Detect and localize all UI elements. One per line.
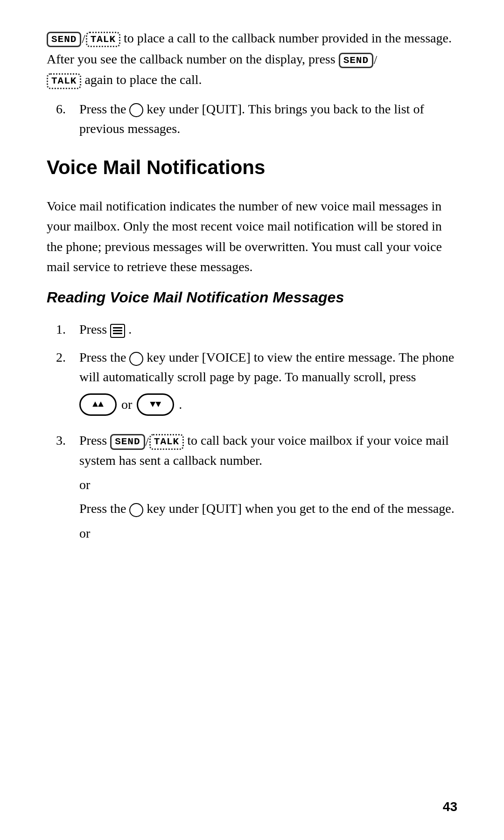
send-talk-icon-intro: SEND/TALK [47,30,120,49]
step-6: 6. Press the key under [QUIT]. This brin… [47,99,457,139]
talk-btn-step3: TALK [149,434,184,449]
intro-paragraph: SEND/TALK to place a call to the callbac… [47,28,457,90]
send-talk-icon-step3: SEND/TALK [110,433,184,451]
step2-number: 2. [56,348,79,367]
step3-content: Press SEND/TALK to call back your voice … [79,431,457,546]
step3-or1-text-prefix: Press the [79,501,126,516]
step3-or2: or [79,524,457,543]
subsection-title: Reading Voice Mail Notification Messages [47,286,457,308]
send-btn-step3: SEND [110,434,145,449]
scroll-down-btn: ▼▼ [137,393,174,416]
scroll-down-icon: ▼▼ [150,398,161,412]
step6-number: 6. [56,99,79,119]
step6-text-prefix: Press the [79,102,126,116]
talk-icon-intro2: TALK [47,73,81,89]
scroll-buttons-group: ▲▲ or ▼▼ . [79,393,457,416]
soft-key-quit [129,103,143,117]
menu-key-icon [110,324,125,338]
step3-text-prefix: Press [79,433,110,448]
step3-number: 3. [56,431,79,450]
intro-text2: again to place the call. [84,72,202,87]
step-3: 3. Press SEND/TALK to call back your voi… [47,431,457,546]
step-2: 2. Press the key under [VOICE] to view t… [47,348,457,422]
step1-content: Press . [79,320,457,339]
step2-text-prefix: Press the [79,350,126,364]
section-title: Voice Mail Notifications [47,153,457,182]
page-content: SEND/TALK to place a call to the callbac… [0,0,504,592]
section-body: Voice mail notification indicates the nu… [47,196,457,277]
step3-or1: or [79,475,457,495]
soft-key-voice [129,352,143,366]
talk-btn-intro: TALK [86,32,120,47]
scroll-up-btn: ▲▲ [79,393,117,416]
step3-or1-text: Press the key under [QUIT] when you get … [79,498,457,518]
step1-text-prefix: Press [79,322,107,336]
step1-number: 1. [56,320,79,339]
step2-period: . [179,395,182,414]
step1-period: . [128,322,132,336]
page-number: 43 [443,797,457,817]
or-label-step2: or [121,395,132,414]
talk-btn-intro2: TALK [47,73,81,89]
step-1: 1. Press . [47,320,457,339]
step2-content: Press the key under [VOICE] to view the … [79,348,457,422]
send-talk-icon-intro2: SEND/ [339,51,378,70]
step3-or1-key: key under [QUIT] when you get to the end… [147,501,454,516]
step6-content: Press the key under [QUIT]. This brings … [79,99,457,139]
scroll-up-icon: ▲▲ [92,398,104,412]
send-btn-intro: SEND [47,32,81,47]
send-btn-intro2: SEND [339,53,373,68]
soft-key-quit-step3 [129,503,143,517]
